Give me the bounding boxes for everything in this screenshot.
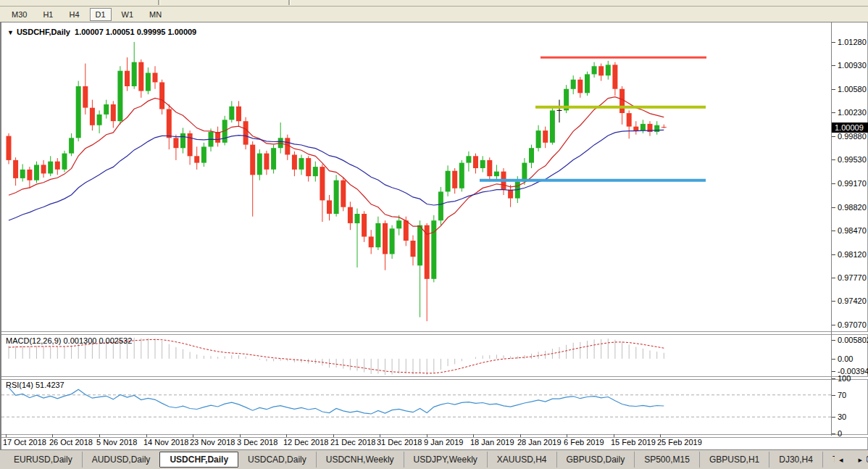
chart-tab-eurusd[interactable]: EURUSD,Daily [4, 452, 82, 468]
axis-tick-mark [333, 434, 334, 437]
rsi-indicator-label: RSI(14) 51.4237 [6, 381, 64, 389]
date-tick-label: 23 Nov 2018 [190, 438, 235, 447]
price-tick-label: 0.97420 [838, 296, 867, 305]
tab-scroll-right-icon[interactable]: ▸ [858, 455, 862, 465]
chart-tab-audusd[interactable]: AUDUSD,Daily [82, 452, 160, 468]
toolbar-separator [158, 0, 160, 5]
rsi-pane-canvas[interactable] [1, 378, 831, 433]
date-tick-label: 18 Jan 2019 [470, 438, 514, 447]
rsi-tick-label: 30 [838, 412, 846, 421]
chart-tab-usdcad[interactable]: USDCAD,Daily [238, 452, 316, 468]
chart-tab-usdjpy[interactable]: USDJPY,Weekly [404, 452, 487, 468]
timeframe-button-m30[interactable]: M30 [6, 8, 33, 21]
chart-tab-xauusd[interactable]: XAUUSD,H4 [487, 452, 556, 468]
tab-scroll-left-icon[interactable]: ◂ [839, 455, 843, 465]
chart-tab-usdchf[interactable]: USDCHF,Daily [159, 452, 238, 468]
axis-tick-mark [832, 371, 835, 372]
date-tick-label: 28 Jan 2019 [517, 438, 562, 447]
axis-tick-mark [832, 417, 835, 418]
chart-tab-dj30[interactable]: DJ30,H4 [769, 452, 822, 468]
tab-scroll-controls: ◂ ▸ [835, 449, 867, 469]
date-tick-label: 21 Dec 2018 [330, 438, 375, 447]
date-tick-label: 26 Oct 2018 [49, 438, 93, 447]
axis-tick-mark [832, 136, 835, 137]
toolbar-separator [288, 0, 291, 5]
timeframe-button-h1[interactable]: H1 [37, 8, 59, 21]
chart-tab-sp500[interactable]: SP500,M15 [634, 452, 699, 468]
rsi-tick-label: 0 [838, 429, 842, 438]
macd-tick-label: 0.00 [838, 354, 853, 363]
axis-tick-mark [832, 301, 835, 302]
axis-tick-mark [520, 434, 521, 437]
axis-tick-mark [473, 434, 474, 437]
axis-tick-mark [832, 65, 835, 66]
axis-tick-mark [832, 231, 835, 231]
axis-tick-mark [832, 42, 835, 43]
current-price-badge: 1.00009 [832, 123, 868, 133]
axis-tick-mark [240, 434, 241, 437]
price-tick-label: 1.00230 [838, 108, 867, 117]
rsi-tick-label: 100 [838, 374, 851, 383]
timeframe-button-w1[interactable]: W1 [116, 8, 140, 21]
collapse-icon: ▼ [7, 29, 14, 36]
timeframe-button-h4[interactable]: H4 [63, 8, 85, 21]
axis-tick-mark [832, 278, 835, 278]
date-tick-label: 14 Nov 2018 [143, 438, 188, 447]
date-tick-label: 12 Dec 2018 [283, 438, 328, 447]
chart-tab-bar: EURUSD,DailyAUDUSD,DailyUSDCHF,DailyUSDC… [0, 449, 868, 469]
axis-tick-mark [614, 434, 614, 437]
date-tick-label: 6 Feb 2019 [564, 438, 604, 447]
macd-tick-label: 0.005802 [838, 336, 868, 344]
chart-tab-usdcnh[interactable]: USDCNH,Weekly [316, 452, 404, 468]
chart-symbol-label: USDCHF,Daily [17, 28, 70, 36]
axis-tick-mark [99, 434, 100, 437]
main-toolbar-edge [0, 0, 868, 7]
rsi-tick-label: 70 [838, 391, 846, 399]
price-tick-label: 1.01280 [838, 38, 867, 46]
timeframe-button-d1[interactable]: D1 [90, 8, 112, 21]
chart-ohlc-values: 1.00007 1.00051 0.99995 1.00009 [75, 28, 196, 36]
axis-tick-mark [660, 434, 661, 437]
price-tick-label: 0.98820 [838, 203, 867, 212]
price-axis-border [831, 22, 832, 436]
price-tick-label: 0.98120 [838, 250, 867, 259]
price-tick-label: 0.97070 [838, 320, 867, 329]
price-tick-label: 1.00580 [838, 85, 867, 94]
chart-tab-gbpusd[interactable]: GBPUSD,H1 [699, 452, 769, 468]
axis-tick-mark [832, 254, 835, 255]
date-tick-label: 3 Dec 2018 [237, 438, 277, 447]
chart-window: ▼USDCHF,Daily 1.00007 1.00051 0.99995 1.… [0, 22, 868, 450]
mt4-terminal: { "timeframe_bar": { "buttons": [ {"labe… [0, 0, 868, 469]
timeframe-toolbar: M30H1H4D1W1MN [0, 7, 868, 22]
axis-tick-mark [146, 434, 147, 437]
axis-tick-mark [286, 434, 287, 437]
chart-tab-gbpusd[interactable]: GBPUSD,Daily [556, 452, 635, 468]
axis-tick-mark [832, 378, 835, 379]
price-tick-label: 0.99880 [838, 132, 867, 141]
price-tick-label: 1.00930 [838, 61, 867, 70]
price-tick-label: 0.99170 [838, 179, 867, 188]
axis-tick-mark [832, 112, 835, 113]
price-chart-canvas[interactable] [1, 23, 831, 331]
date-tick-label: 17 Oct 2018 [3, 438, 46, 447]
macd-indicator-label: MACD(12,26,9) 0.001300 0.002532 [6, 336, 132, 345]
axis-tick-mark [832, 433, 835, 434]
axis-tick-mark [832, 159, 835, 160]
chart-title: ▼USDCHF,Daily 1.00007 1.00051 0.99995 1.… [7, 28, 196, 36]
axis-tick-mark [380, 434, 380, 437]
axis-tick-mark [832, 340, 835, 341]
price-tick-label: 0.97770 [838, 273, 867, 282]
date-tick-label: 15 Feb 2019 [611, 438, 656, 447]
axis-tick-mark [832, 183, 835, 184]
axis-tick-mark [832, 395, 835, 396]
timeframe-button-mn[interactable]: MN [143, 8, 167, 21]
axis-tick-mark [832, 89, 835, 90]
date-tick-label: 5 Nov 2018 [96, 438, 137, 447]
axis-tick-mark [6, 434, 7, 437]
axis-tick-mark [427, 434, 427, 437]
price-tick-label: 0.99530 [838, 155, 867, 164]
axis-tick-mark [832, 359, 835, 360]
axis-tick-mark [193, 434, 193, 437]
price-tick-label: 0.98470 [838, 226, 867, 235]
axis-tick-mark [832, 207, 835, 208]
